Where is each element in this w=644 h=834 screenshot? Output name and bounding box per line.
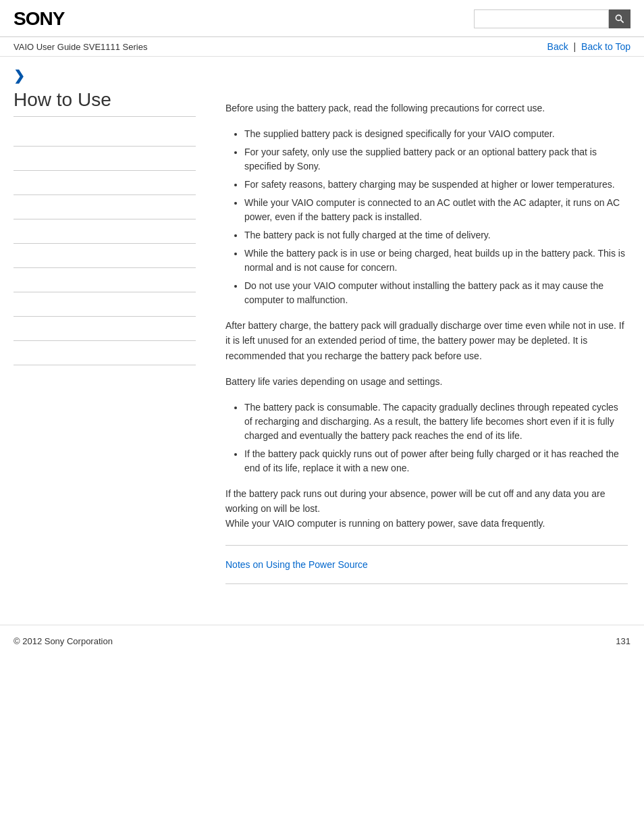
sidebar-item[interactable] bbox=[14, 317, 196, 341]
paragraph-2: Battery life varies depending on usage a… bbox=[225, 374, 628, 389]
list-item: The battery pack is not fully charged at… bbox=[244, 228, 628, 242]
content-intro: Before using the battery pack, read the … bbox=[225, 103, 628, 113]
list-item: Do not use your VAIO computer without in… bbox=[244, 279, 628, 307]
sidebar-title: How to Use bbox=[14, 89, 196, 117]
footer-page-number: 131 bbox=[616, 636, 630, 646]
list-item: While your VAIO computer is connected to… bbox=[244, 196, 628, 224]
back-to-top-link[interactable]: Back to Top bbox=[581, 41, 630, 52]
list-item: The battery pack is consumable. The capa… bbox=[244, 400, 628, 443]
sidebar-item[interactable] bbox=[14, 268, 196, 292]
paragraph-3-line1: If the battery pack runs out during your… bbox=[225, 488, 605, 514]
paragraph-3-line2: While your VAIO computer is running on b… bbox=[225, 518, 545, 529]
breadcrumb: ❯ bbox=[0, 57, 644, 89]
sidebar-item[interactable] bbox=[14, 244, 196, 268]
svg-point-0 bbox=[616, 15, 621, 20]
nav-links: Back | Back to Top bbox=[547, 41, 630, 52]
sidebar-item[interactable] bbox=[14, 341, 196, 365]
list-item: For safety reasons, battery charging may… bbox=[244, 178, 628, 192]
notes-power-source-link[interactable]: Notes on Using the Power Source bbox=[225, 559, 368, 570]
back-link[interactable]: Back bbox=[547, 41, 568, 52]
list-item: The supplied battery pack is designed sp… bbox=[244, 127, 628, 141]
nav-separator: | bbox=[574, 41, 576, 52]
sidebar-item[interactable] bbox=[14, 171, 196, 195]
search-input[interactable] bbox=[474, 9, 609, 28]
list-item: While the battery pack is in use or bein… bbox=[244, 246, 628, 275]
sidebar: How to Use bbox=[0, 89, 209, 611]
page-footer: © 2012 Sony Corporation 131 bbox=[0, 625, 644, 657]
list-item: For your safety, only use the supplied b… bbox=[244, 145, 628, 174]
content-divider-bottom bbox=[225, 583, 628, 584]
nav-bar: VAIO User Guide SVE1111 Series Back | Ba… bbox=[0, 37, 644, 57]
sidebar-item[interactable] bbox=[14, 195, 196, 219]
paragraph-1: After battery charge, the battery pack w… bbox=[225, 318, 628, 363]
svg-line-1 bbox=[621, 20, 624, 23]
chevron-right-icon: ❯ bbox=[14, 68, 25, 83]
list-item: If the battery pack quickly runs out of … bbox=[244, 447, 628, 475]
footer-copyright: © 2012 Sony Corporation bbox=[14, 636, 113, 646]
sidebar-item[interactable] bbox=[14, 122, 196, 147]
bullets-list-1: The supplied battery pack is designed sp… bbox=[225, 127, 628, 307]
sidebar-item[interactable] bbox=[14, 219, 196, 244]
main-layout: How to Use Before using the battery pack… bbox=[0, 89, 644, 611]
paragraph-3: If the battery pack runs out during your… bbox=[225, 486, 628, 531]
search-area bbox=[474, 9, 630, 28]
search-icon bbox=[614, 14, 625, 24]
guide-title: VAIO User Guide SVE1111 Series bbox=[14, 42, 147, 52]
content-divider bbox=[225, 545, 628, 546]
sidebar-item[interactable] bbox=[14, 147, 196, 171]
sony-logo: SONY bbox=[14, 8, 64, 30]
sidebar-item[interactable] bbox=[14, 292, 196, 317]
content-area: Before using the battery pack, read the … bbox=[209, 89, 644, 611]
bullets-list-2: The battery pack is consumable. The capa… bbox=[225, 400, 628, 475]
search-button[interactable] bbox=[609, 9, 630, 28]
page-header: SONY bbox=[0, 0, 644, 37]
